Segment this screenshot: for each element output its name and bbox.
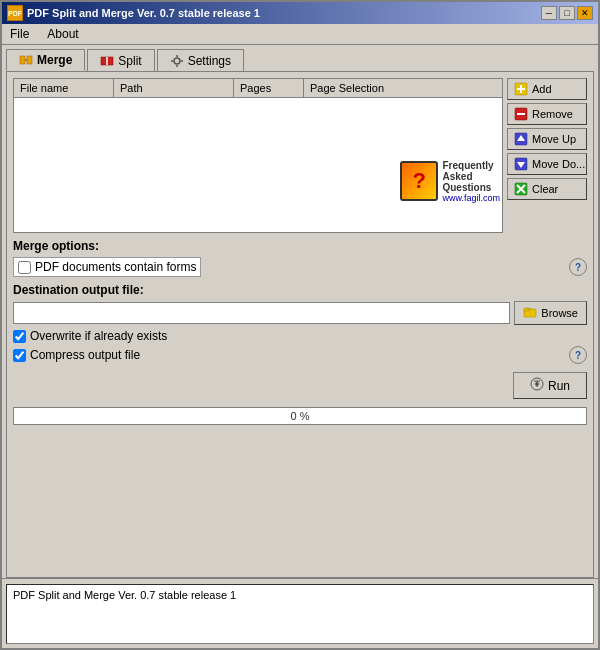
move-down-button[interactable]: Move Do... [507, 153, 587, 175]
remove-label: Remove [532, 108, 573, 120]
file-table-section: File name Path Pages Page Selection ? Fr… [13, 78, 587, 233]
close-button[interactable]: ✕ [577, 6, 593, 20]
run-icon [530, 377, 544, 394]
title-bar-left: PDF PDF Split and Merge Ver. 0.7 stable … [7, 5, 260, 21]
col-path: Path [114, 79, 234, 97]
svg-point-28 [535, 382, 539, 386]
move-down-icon [514, 157, 528, 171]
compress-label: Compress output file [30, 348, 140, 362]
destination-section: Destination output file: Browse Overwrit… [13, 283, 587, 364]
svg-rect-23 [524, 308, 530, 311]
faq-icon: ? [400, 161, 438, 201]
progress-bar: 0 % [13, 407, 587, 425]
menu-about[interactable]: About [43, 26, 82, 42]
col-filename: File name [14, 79, 114, 97]
status-text: PDF Split and Merge Ver. 0.7 stable rele… [13, 589, 236, 601]
move-up-icon [514, 132, 528, 146]
table-body[interactable]: ? Frequently Asked Questions www.fagil.c… [14, 98, 502, 218]
menu-file[interactable]: File [6, 26, 33, 42]
maximize-button[interactable]: □ [559, 6, 575, 20]
merge-help-icon[interactable]: ? [569, 258, 587, 276]
browse-button[interactable]: Browse [514, 301, 587, 325]
menu-bar: File About [2, 24, 598, 45]
run-label: Run [548, 379, 570, 393]
overwrite-checkbox[interactable] [13, 330, 26, 343]
tabs-bar: Merge Split Settings [2, 45, 598, 71]
remove-button[interactable]: Remove [507, 103, 587, 125]
clear-label: Clear [532, 183, 558, 195]
tab-split-label: Split [118, 54, 141, 68]
file-table: File name Path Pages Page Selection ? Fr… [13, 78, 503, 233]
settings-icon [170, 54, 184, 68]
tab-split[interactable]: Split [87, 49, 154, 71]
overwrite-row: Overwrite if already exists [13, 329, 587, 343]
main-window: PDF PDF Split and Merge Ver. 0.7 stable … [0, 0, 600, 650]
content-area: File name Path Pages Page Selection ? Fr… [6, 71, 594, 578]
add-icon [514, 82, 528, 96]
minimize-button[interactable]: ─ [541, 6, 557, 20]
title-bar: PDF PDF Split and Merge Ver. 0.7 stable … [2, 2, 598, 24]
title-controls: ─ □ ✕ [541, 6, 593, 20]
faq-image: ? Frequently Asked Questions www.fagil.c… [400, 146, 500, 216]
merge-options: Merge options: PDF documents contain for… [13, 239, 587, 277]
run-button[interactable]: Run [513, 372, 587, 399]
window-title: PDF Split and Merge Ver. 0.7 stable rele… [27, 7, 260, 19]
clear-icon [514, 182, 528, 196]
faq-text: Frequently Asked Questions www.fagil.com [442, 160, 500, 203]
tab-settings-label: Settings [188, 54, 231, 68]
compress-help-icon[interactable]: ? [569, 346, 587, 364]
svg-rect-1 [27, 56, 32, 64]
tab-merge-label: Merge [37, 53, 72, 67]
tab-merge[interactable]: Merge [6, 49, 85, 71]
clear-button[interactable]: Clear [507, 178, 587, 200]
svg-point-5 [174, 58, 180, 64]
add-label: Add [532, 83, 552, 95]
col-pages: Pages [234, 79, 304, 97]
compress-checkbox[interactable] [13, 349, 26, 362]
split-icon [100, 54, 114, 68]
options-row: Overwrite if already exists Compress out… [13, 329, 587, 364]
remove-icon [514, 107, 528, 121]
destination-input[interactable] [13, 302, 510, 324]
move-up-label: Move Up [532, 133, 576, 145]
table-header: File name Path Pages Page Selection [14, 79, 502, 98]
compress-row: Compress output file [13, 348, 140, 362]
progress-section: 0 % [13, 407, 587, 425]
run-row: Run [13, 372, 587, 399]
side-buttons: Add Remove Move Up [507, 78, 587, 233]
app-icon: PDF [7, 5, 23, 21]
progress-label: 0 % [291, 410, 310, 422]
svg-rect-0 [20, 56, 25, 64]
pdf-forms-row: PDF documents contain forms [13, 257, 201, 277]
browse-icon [523, 305, 537, 321]
move-down-label: Move Do... [532, 158, 585, 170]
col-pagesel: Page Selection [304, 79, 424, 97]
tab-settings[interactable]: Settings [157, 49, 244, 71]
pdf-forms-checkbox[interactable] [18, 261, 31, 274]
destination-label: Destination output file: [13, 283, 587, 297]
merge-options-label: Merge options: [13, 239, 99, 253]
overwrite-label: Overwrite if already exists [30, 329, 167, 343]
add-button[interactable]: Add [507, 78, 587, 100]
merge-icon [19, 53, 33, 67]
destination-row: Browse [13, 301, 587, 325]
move-up-button[interactable]: Move Up [507, 128, 587, 150]
pdf-forms-label: PDF documents contain forms [35, 260, 196, 274]
status-bar: PDF Split and Merge Ver. 0.7 stable rele… [6, 584, 594, 644]
browse-label: Browse [541, 307, 578, 319]
